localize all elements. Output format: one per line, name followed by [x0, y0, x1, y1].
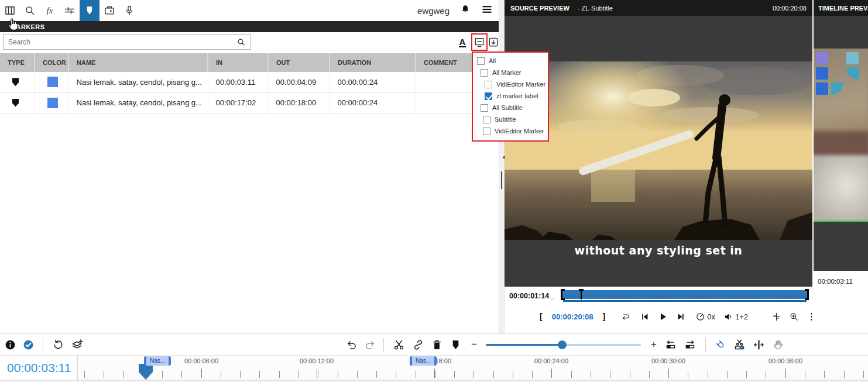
ruler-label: 00:00:36:00 — [759, 357, 812, 364]
redo-icon[interactable] — [361, 334, 379, 355]
timeline-preview-frame — [814, 49, 868, 221]
download-markers-icon[interactable] — [486, 35, 500, 50]
info-icon[interactable] — [1, 334, 19, 355]
timeline-ruler[interactable]: 00:00:06:00 00:00:12:00 00:00:18:00 00:0… — [78, 356, 868, 380]
chevron-down-icon[interactable] — [549, 294, 555, 305]
col-name[interactable]: NAME — [68, 53, 208, 72]
hand-icon[interactable] — [769, 334, 787, 355]
audio-channels-icon[interactable]: 1+2 — [723, 312, 748, 322]
logo-square-teal — [846, 52, 859, 64]
checkbox-unchecked[interactable] — [485, 81, 492, 88]
add-layer-icon[interactable] — [68, 334, 85, 355]
ruler-major-tick — [668, 369, 669, 378]
thumb-foreground — [814, 155, 868, 221]
source-preview-title: SOURCE PREVIEW — [510, 5, 569, 12]
marker-row[interactable]: Nasi lemak, satay, cendol, pisang g... 0… — [0, 72, 499, 92]
filter-option-zl-marker-label[interactable]: zl marker label — [473, 90, 548, 102]
search-input[interactable] — [4, 38, 236, 46]
filter-option-all[interactable]: All — [473, 55, 548, 67]
filter-markers-icon[interactable] — [472, 35, 486, 50]
undo-icon[interactable] — [342, 334, 360, 355]
checkbox-checked[interactable] — [485, 92, 492, 100]
reset-icon[interactable] — [49, 334, 67, 355]
timeline-current-timecode[interactable]: 00:00:03:11 — [0, 356, 78, 380]
marker-color-chip — [47, 77, 58, 87]
scrubber-playhead[interactable] — [581, 289, 582, 300]
magnet-icon[interactable] — [712, 334, 729, 355]
user-zone: ewgweg — [417, 0, 493, 21]
mark-out-button[interactable]: ] — [603, 312, 606, 321]
zoom-in-button[interactable]: + — [645, 334, 663, 355]
splitter-grip[interactable] — [501, 171, 502, 189]
col-in[interactable]: IN — [208, 53, 268, 72]
previous-frame-icon[interactable] — [640, 312, 650, 322]
checkbox-unchecked[interactable] — [483, 128, 490, 135]
filter-option-all-subtitle[interactable]: All Subtitle — [473, 102, 548, 113]
razor-icon[interactable] — [730, 334, 748, 355]
filter-option-label: Subtitle — [495, 116, 516, 123]
ruler-label: 00:00:24:00 — [525, 357, 578, 364]
subtitle-overlay-text: without any styling set in — [505, 244, 812, 257]
filter-option-vidieditor-marker-2[interactable]: VidiEditor Marker — [473, 125, 548, 137]
checkbox-unchecked[interactable] — [477, 57, 485, 65]
center-playhead-icon[interactable] — [771, 312, 781, 322]
playback-speed-icon[interactable]: 0x — [695, 312, 715, 322]
timeline-toolbar: − + — [0, 333, 868, 355]
marker-row[interactable]: Nasi lemak, satay, cendol, pisang g... 0… — [0, 92, 499, 113]
marker-in: 00:00:03:11 — [208, 72, 268, 92]
filter-option-all-marker[interactable]: All Marker — [473, 67, 548, 78]
export-icon[interactable] — [100, 0, 119, 21]
col-duration[interactable]: DURATION — [330, 53, 416, 72]
marked-timecode[interactable]: 00:00:20:08 — [552, 312, 593, 321]
trash-icon[interactable] — [428, 334, 445, 355]
scissors-icon[interactable] — [390, 334, 407, 355]
scrubber-start-cap — [561, 289, 565, 300]
timeline-marker[interactable]: Nas... — [144, 356, 171, 366]
checkbox-unchecked[interactable] — [483, 116, 490, 123]
zoom-icon[interactable] — [789, 312, 799, 322]
menu-icon[interactable] — [481, 4, 493, 18]
user-name[interactable]: ewgweg — [417, 6, 450, 16]
panel-splitter[interactable] — [499, 0, 505, 333]
checkbox-unchecked[interactable] — [481, 104, 488, 112]
zoom-slider-knob[interactable] — [558, 340, 567, 349]
insert-left-icon[interactable] — [662, 334, 680, 355]
col-out[interactable]: OUT — [268, 53, 330, 72]
bottom-strip — [0, 380, 868, 381]
insert-right-icon[interactable] — [681, 334, 698, 355]
main-toolbar: fx ewgweg — [0, 0, 499, 21]
loop-icon[interactable] — [620, 312, 630, 322]
filter-option-subtitle[interactable]: Subtitle — [473, 113, 548, 125]
effects-icon[interactable]: fx — [40, 0, 60, 21]
source-current-timecode[interactable]: 00:00:01:14 — [509, 292, 549, 300]
approve-check-icon[interactable] — [19, 334, 37, 355]
next-frame-icon[interactable] — [676, 312, 686, 322]
filter-option-label: All Subtitle — [492, 104, 523, 111]
bell-icon[interactable] — [460, 4, 471, 17]
ruler-major-tick — [317, 369, 317, 378]
col-color[interactable]: COLOR — [35, 53, 68, 72]
markers-search-row: A — [0, 32, 499, 53]
play-icon[interactable] — [658, 312, 668, 322]
effects-glyph: fx — [47, 6, 53, 16]
timeline-marker[interactable]: Nas... — [410, 356, 437, 366]
marker-color-chip — [47, 98, 58, 108]
text-style-icon[interactable]: A — [455, 35, 469, 50]
search-icon[interactable] — [20, 0, 40, 21]
zoom-out-button[interactable]: − — [465, 334, 483, 355]
search-input-icon[interactable] — [236, 37, 246, 47]
marker-flag-icon[interactable] — [447, 334, 464, 355]
microphone-icon[interactable] — [119, 0, 139, 21]
mark-in-button[interactable]: [ — [540, 312, 543, 321]
markers-panel: fx ewgweg — [0, 0, 499, 333]
marker-tool-icon[interactable] — [80, 0, 100, 21]
adjust-icon[interactable] — [60, 0, 80, 21]
zoom-slider[interactable] — [486, 344, 641, 346]
trim-icon[interactable] — [750, 334, 767, 355]
link-icon[interactable] — [409, 334, 427, 355]
source-scrubber[interactable] — [562, 290, 808, 299]
ruler-major-tick — [201, 369, 202, 378]
checkbox-unchecked[interactable] — [481, 69, 488, 77]
filter-option-vidieditor-marker[interactable]: VidiEditor Marker — [473, 78, 548, 90]
col-type[interactable]: TYPE — [0, 53, 35, 72]
